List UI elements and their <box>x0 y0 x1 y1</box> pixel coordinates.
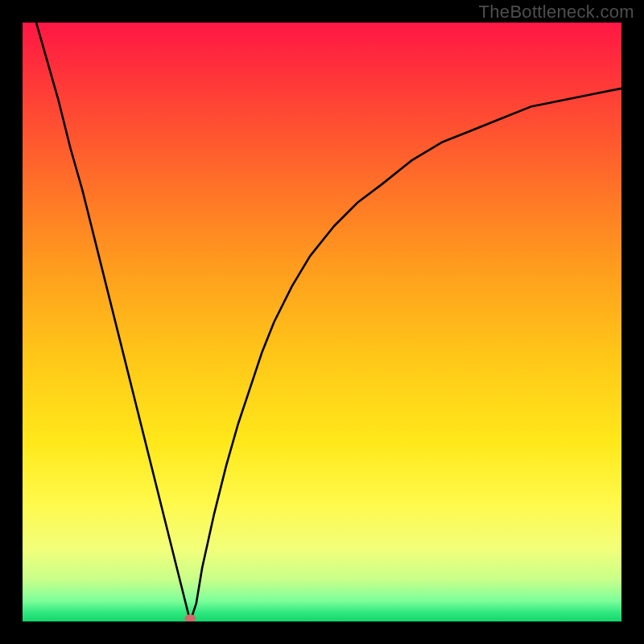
chart-svg <box>23 23 621 621</box>
watermark-text: TheBottleneck.com <box>479 2 634 23</box>
gradient-background <box>23 23 621 621</box>
plot-area <box>23 23 621 621</box>
chart-frame: TheBottleneck.com <box>0 0 644 644</box>
